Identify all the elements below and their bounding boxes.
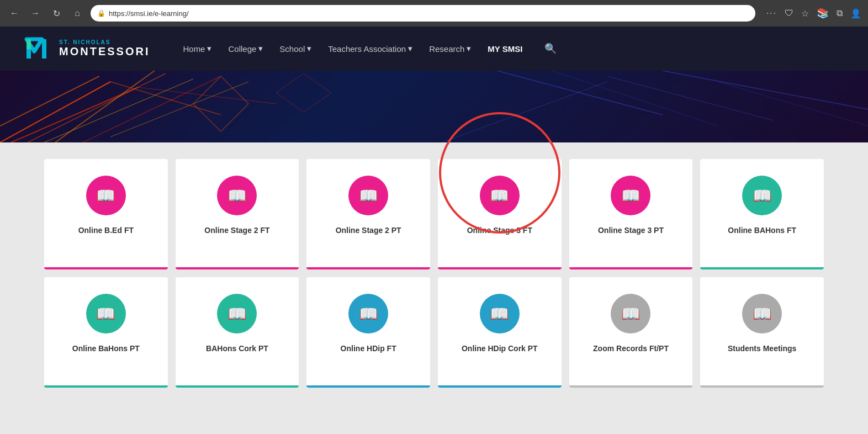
card-title-r1-0: Online B.Ed FT xyxy=(78,225,134,247)
course-card-r2-4[interactable]: 📖Zoom Records Ft/PT xyxy=(569,277,693,388)
book-icon-r1-0: 📖 xyxy=(96,187,115,205)
card-title-r1-3: Online Stage 3 FT xyxy=(467,225,532,247)
row2-wrapper: 📖Online BaHons PT📖BAHons Cork PT📖Online … xyxy=(44,277,824,388)
svg-rect-2 xyxy=(42,39,46,59)
icon-circle-r2-4: 📖 xyxy=(611,294,650,334)
main-nav: ST. NICHOLAS MONTESSORI Home ▾ College ▾… xyxy=(0,27,868,71)
course-card-r1-3[interactable]: 📖Online Stage 3 FT xyxy=(438,159,562,269)
logo-subtitle: ST. NICHOLAS xyxy=(59,39,150,45)
nav-college[interactable]: College ▾ xyxy=(228,44,263,54)
book-icon-r1-5: 📖 xyxy=(753,187,772,205)
nav-links: Home ▾ College ▾ School ▾ Teachers Assoc… xyxy=(183,43,846,55)
course-card-r2-5[interactable]: 📖Students Meetings xyxy=(700,277,824,388)
back-button[interactable]: ← xyxy=(7,6,22,21)
svg-line-7 xyxy=(28,73,166,142)
nav-research[interactable]: Research ▾ xyxy=(429,44,471,54)
row1-wrapper: 📖Online B.Ed FT📖Online Stage 2 FT📖Online… xyxy=(44,159,824,269)
course-card-r2-1[interactable]: 📖BAHons Cork PT xyxy=(176,277,299,388)
card-title-r2-2: Online HDip FT xyxy=(341,343,396,366)
main-content: 📖Online B.Ed FT📖Online Stage 2 FT📖Online… xyxy=(0,142,868,412)
nav-teachers-association[interactable]: Teachers Association ▾ xyxy=(328,44,412,54)
library-icon[interactable]: 📚 xyxy=(817,7,829,19)
svg-rect-3 xyxy=(27,39,31,49)
split-view-icon[interactable]: ⧉ xyxy=(837,8,843,18)
svg-line-16 xyxy=(607,76,773,120)
icon-circle-r2-2: 📖 xyxy=(348,294,388,334)
book-icon-r1-1: 📖 xyxy=(227,187,247,205)
course-card-r1-1[interactable]: 📖Online Stage 2 FT xyxy=(176,159,299,269)
icon-circle-r1-5: 📖 xyxy=(742,176,782,215)
book-icon-r1-2: 📖 xyxy=(359,187,378,205)
forward-button[interactable]: → xyxy=(28,6,43,21)
book-icon-r2-3: 📖 xyxy=(490,305,509,323)
school-chevron: ▾ xyxy=(307,44,311,54)
home-button[interactable]: ⌂ xyxy=(70,6,85,21)
card-title-r2-4: Zoom Records Ft/PT xyxy=(593,343,669,366)
research-chevron: ▾ xyxy=(467,44,471,54)
svg-marker-21 xyxy=(276,73,331,112)
nav-home[interactable]: Home ▾ xyxy=(183,44,211,54)
card-title-r1-1: Online Stage 2 FT xyxy=(204,225,269,247)
card-grid-row1: 📖Online B.Ed FT📖Online Stage 2 FT📖Online… xyxy=(44,159,824,269)
course-card-r1-4[interactable]: 📖Online Stage 3 PT xyxy=(569,159,693,269)
svg-line-4 xyxy=(0,82,110,142)
svg-line-18 xyxy=(718,82,868,126)
book-icon-r2-2: 📖 xyxy=(359,305,378,323)
logo-title: MONTESSORI xyxy=(59,45,150,58)
hero-lines-svg xyxy=(0,71,868,142)
svg-line-17 xyxy=(663,71,868,109)
svg-line-6 xyxy=(11,87,138,142)
refresh-button[interactable]: ↻ xyxy=(49,6,64,21)
card-grid-row2: 📖Online BaHons PT📖BAHons Cork PT📖Online … xyxy=(44,277,824,388)
course-card-r1-2[interactable]: 📖Online Stage 2 PT xyxy=(306,159,430,269)
svg-marker-20 xyxy=(193,76,248,131)
icon-circle-r1-3: 📖 xyxy=(480,176,520,215)
course-card-r1-0[interactable]: 📖Online B.Ed FT xyxy=(44,159,168,269)
more-icon[interactable]: ··· xyxy=(766,8,777,18)
svg-line-8 xyxy=(44,79,193,142)
card-title-r2-3: Online HDip Cork PT xyxy=(462,343,538,366)
book-icon-r2-5: 📖 xyxy=(753,305,772,323)
url-text: https://smsi.ie/e-learning/ xyxy=(109,9,749,18)
logo-text: ST. NICHOLAS MONTESSORI xyxy=(59,39,150,58)
course-card-r2-2[interactable]: 📖Online HDip FT xyxy=(306,277,430,388)
svg-line-15 xyxy=(552,71,718,126)
logo-area[interactable]: ST. NICHOLAS MONTESSORI xyxy=(22,34,150,64)
nav-my-smsi[interactable]: MY SMSI xyxy=(488,44,522,54)
address-bar[interactable]: 🔒 https://smsi.ie/e-learning/ xyxy=(91,5,755,22)
lock-icon: 🔒 xyxy=(97,9,105,17)
nav-school[interactable]: School ▾ xyxy=(279,44,311,54)
svg-line-5 xyxy=(0,76,99,126)
browser-right-icons: ··· 🛡 ☆ 📚 ⧉ 👤 xyxy=(766,7,861,19)
book-icon-r2-4: 📖 xyxy=(621,305,641,323)
hero-banner xyxy=(0,71,868,142)
course-card-r2-3[interactable]: 📖Online HDip Cork PT xyxy=(438,277,562,388)
book-icon-r2-1: 📖 xyxy=(227,305,247,323)
college-chevron: ▾ xyxy=(258,44,263,54)
svg-line-14 xyxy=(497,71,663,115)
svg-line-19 xyxy=(442,82,607,142)
icon-circle-r1-2: 📖 xyxy=(348,176,388,215)
bookmark-icon[interactable]: ☆ xyxy=(801,8,809,19)
search-icon[interactable]: 🔍 xyxy=(544,43,557,55)
card-title-r1-4: Online Stage 3 PT xyxy=(598,225,664,247)
icon-circle-r1-4: 📖 xyxy=(611,176,650,215)
logo-svg xyxy=(22,34,52,64)
home-chevron: ▾ xyxy=(207,44,211,54)
icon-circle-r2-1: 📖 xyxy=(217,294,257,334)
browser-chrome: ← → ↻ ⌂ 🔒 https://smsi.ie/e-learning/ ··… xyxy=(0,0,868,27)
ta-chevron: ▾ xyxy=(408,44,412,54)
book-icon-r2-0: 📖 xyxy=(96,305,115,323)
icon-circle-r1-1: 📖 xyxy=(217,176,257,215)
book-icon-r1-3: 📖 xyxy=(490,187,509,205)
book-icon-r1-4: 📖 xyxy=(621,187,641,205)
card-title-r2-0: Online BaHons PT xyxy=(72,343,140,366)
course-card-r2-0[interactable]: 📖Online BaHons PT xyxy=(44,277,168,388)
icon-circle-r1-0: 📖 xyxy=(86,176,126,215)
shield-icon[interactable]: 🛡 xyxy=(785,8,793,18)
svg-line-12 xyxy=(110,82,221,115)
card-title-r1-5: Online BAHons FT xyxy=(728,225,796,247)
card-title-r2-5: Students Meetings xyxy=(728,343,796,366)
profile-icon[interactable]: 👤 xyxy=(850,8,861,19)
course-card-r1-5[interactable]: 📖Online BAHons FT xyxy=(700,159,824,269)
